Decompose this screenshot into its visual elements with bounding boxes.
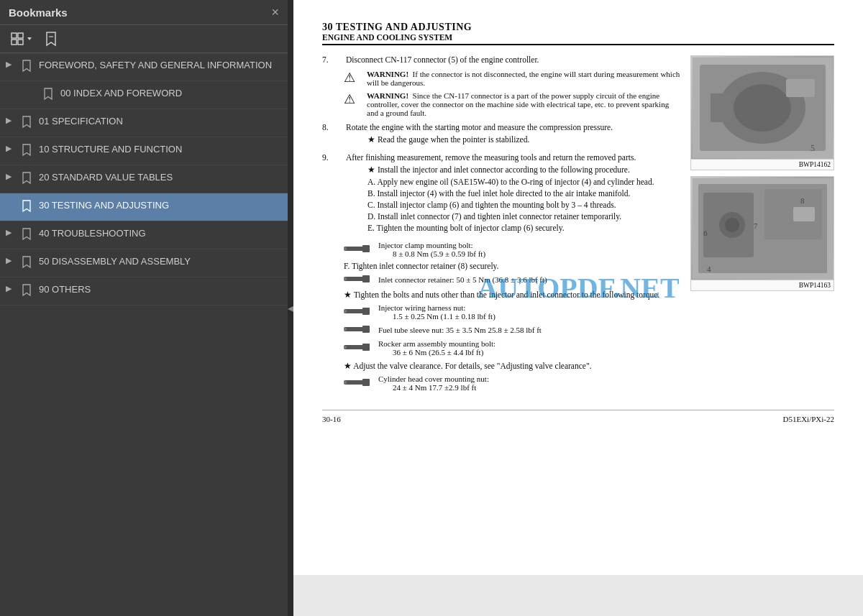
sidebar-item-label: 01 SPECIFICATION xyxy=(39,115,280,128)
step-8-number: 8. xyxy=(322,123,340,147)
panel-resizer[interactable]: ◀ xyxy=(288,0,293,616)
sidebar-header: Bookmarks × xyxy=(0,0,288,25)
sidebar-item-90-others[interactable]: ▶ 90 OTHERS xyxy=(0,277,288,305)
svg-rect-36 xyxy=(344,345,364,349)
warning-2-text: WARNING! Since the CN-117 connector is a… xyxy=(367,91,682,117)
sidebar-title: Bookmarks xyxy=(9,6,68,19)
sidebar: Bookmarks × ▶ FORE xyxy=(0,0,288,616)
sidebar-item-10-struct[interactable]: ▶ 10 STRUCTURE AND FUNCTION xyxy=(0,137,288,165)
torque-1: Injector clamp mounting bolt: 8 ± 0.8 Nm… xyxy=(344,241,682,258)
step-9-star-text: ★ Install the injector and inlet connect… xyxy=(367,165,630,175)
grid-icon xyxy=(10,32,24,46)
bookmark-view-button[interactable] xyxy=(42,29,60,48)
wrench-icon-2 xyxy=(344,274,373,285)
document-header: 30 TESTING AND ADJUSTING ENGINE AND COOL… xyxy=(322,22,834,45)
torque-3: Injector wiring harness nut: 1.5 ± 0.25 … xyxy=(344,303,834,321)
torque-3-text: Injector wiring harness nut: 1.5 ± 0.25 … xyxy=(378,303,496,321)
bookmark-item-icon xyxy=(22,228,33,243)
step-9c: C. Install injector clamp (6) and tighte… xyxy=(367,201,682,209)
figure-1: 5 BWP14162 xyxy=(690,55,834,170)
bookmark-item-icon xyxy=(22,144,33,159)
warning-2: ⚠ WARNING! Since the CN-117 connector is… xyxy=(344,91,682,117)
svg-rect-41 xyxy=(344,381,347,384)
torque-3-label: Injector wiring harness nut: xyxy=(378,303,465,312)
chevron-right-icon: ▶ xyxy=(6,116,19,125)
warning-1-body: If the connector is not disconnected, th… xyxy=(367,70,680,87)
step-9: 9. After finishing measurement, remove t… xyxy=(322,153,682,235)
torque-1-value: 8 ± 0.8 Nm (5.9 ± 0.59 lbf ft) xyxy=(393,249,485,258)
sidebar-item-label: 90 OTHERS xyxy=(39,283,280,296)
svg-rect-27 xyxy=(344,277,364,281)
step-9f: F. Tighten inlet connector retainer (8) … xyxy=(344,262,682,270)
sidebar-item-label: 30 TESTING AND ADJUSTING xyxy=(39,199,280,212)
svg-rect-3 xyxy=(18,40,23,45)
sidebar-close-button[interactable]: × xyxy=(271,6,279,19)
no-chevron: ▶ xyxy=(27,88,40,97)
no-chevron: ▶ xyxy=(6,200,19,209)
warning-1-text: WARNING! If the connector is not disconn… xyxy=(367,70,682,87)
document-section-subtitle: ENGINE AND COOLING SYSTEM xyxy=(322,33,834,42)
step-9-content: After finishing measurement, remove the … xyxy=(346,153,682,235)
bookmark-item-icon xyxy=(22,60,33,75)
sidebar-item-01-spec[interactable]: ▶ 01 SPECIFICATION xyxy=(0,109,288,137)
svg-rect-29 xyxy=(344,277,347,280)
step-9-star: ★ Install the injector and inlet connect… xyxy=(367,165,682,175)
step-9a-text: A. Apply new engine oil (SAE15W-40) to t… xyxy=(367,178,654,186)
svg-rect-26 xyxy=(344,247,347,250)
warning-2-label: WARNING! xyxy=(367,91,408,100)
figure-1-image: 5 xyxy=(691,56,834,159)
sidebar-item-20-std[interactable]: ▶ 20 STANDARD VALUE TABLES xyxy=(0,165,288,193)
footer-model: D51EXi/PXi-22 xyxy=(783,415,835,423)
document-page: AUTOPDF.NET 30 TESTING AND ADJUSTING ENG… xyxy=(293,0,863,575)
footer-page: 30-16 xyxy=(322,415,341,423)
sidebar-item-50-disassembly[interactable]: ▶ 50 DISASSEMBLY AND ASSEMBLY xyxy=(0,249,288,277)
sidebar-items: ▶ FOREWORD, SAFETY AND GENERAL INFORMATI… xyxy=(0,53,288,616)
torque-1-label: Injector clamp mounting bolt: xyxy=(378,241,473,249)
svg-rect-10 xyxy=(786,79,815,97)
svg-marker-4 xyxy=(27,37,32,40)
svg-point-18 xyxy=(725,218,739,232)
bookmark-item-icon xyxy=(22,116,33,131)
svg-rect-11 xyxy=(711,93,732,122)
wrench-icon-5 xyxy=(344,342,373,354)
svg-rect-19 xyxy=(793,207,815,221)
bookmark-item-icon xyxy=(43,88,55,103)
figure-2: 4 7 8 6 BWP14163 xyxy=(690,176,834,291)
star-3: ★ Adjust the valve clearance. For detail… xyxy=(344,361,834,371)
grid-view-button[interactable] xyxy=(7,30,36,47)
dropdown-arrow-icon xyxy=(26,35,33,43)
svg-rect-34 xyxy=(362,326,370,333)
wrench-icon-4 xyxy=(344,324,373,336)
bookmark-item-icon xyxy=(22,200,33,215)
star-2-text: ★ Tighten the bolts and nuts other than … xyxy=(344,290,659,300)
step-9-number: 9. xyxy=(322,153,340,235)
step-7-number: 7. xyxy=(322,55,340,64)
torque-4-text: Fuel tube sleeve nut: 35 ± 3.5 Nm 25.8 ±… xyxy=(378,326,542,334)
chevron-right-icon: ▶ xyxy=(6,60,19,69)
sidebar-item-label: FOREWORD, SAFETY AND GENERAL INFORMATION xyxy=(39,59,280,72)
svg-rect-33 xyxy=(344,327,364,331)
sidebar-item-foreword[interactable]: ▶ FOREWORD, SAFETY AND GENERAL INFORMATI… xyxy=(0,53,288,81)
torque-4: Fuel tube sleeve nut: 35 ± 3.5 Nm 25.8 ±… xyxy=(344,324,834,336)
step-9b: B. Install injector (4) with the fuel in… xyxy=(367,189,682,198)
step-8-content: Rotate the engine with the starting moto… xyxy=(346,123,682,147)
step-8: 8. Rotate the engine with the starting m… xyxy=(322,123,682,147)
step-9a: A. Apply new engine oil (SAE15W-40) to t… xyxy=(367,178,682,186)
svg-point-9 xyxy=(734,84,791,132)
bookmark-item-icon xyxy=(22,256,33,271)
step-9e: E. Tighten the mounting bolt of injector… xyxy=(367,224,682,232)
sidebar-item-label: 40 TROUBLESHOOTING xyxy=(39,227,280,240)
svg-text:4: 4 xyxy=(707,265,711,273)
sidebar-item-00-index[interactable]: ▶ 00 INDEX AND FOREWORD xyxy=(0,81,288,109)
torque-6: Cylinder head cover mounting nut: 24 ± 4… xyxy=(344,374,834,392)
star-3-text: ★ Adjust the valve clearance. For detail… xyxy=(344,361,592,371)
bookmark-item-icon xyxy=(22,172,33,187)
svg-rect-1 xyxy=(18,33,23,38)
sidebar-item-30-test[interactable]: ▶ 30 TESTING AND ADJUSTING xyxy=(0,193,288,221)
svg-text:8: 8 xyxy=(800,196,805,205)
main-content-area: AUTOPDF.NET 30 TESTING AND ADJUSTING ENG… xyxy=(293,0,863,616)
wrench-icon-1 xyxy=(344,244,373,255)
sidebar-item-40-trouble[interactable]: ▶ 40 TROUBLESHOOTING xyxy=(0,221,288,249)
step-8-text: Rotate the engine with the starting moto… xyxy=(346,123,613,132)
step-9d: D. Install inlet connector (7) and tight… xyxy=(367,212,682,221)
